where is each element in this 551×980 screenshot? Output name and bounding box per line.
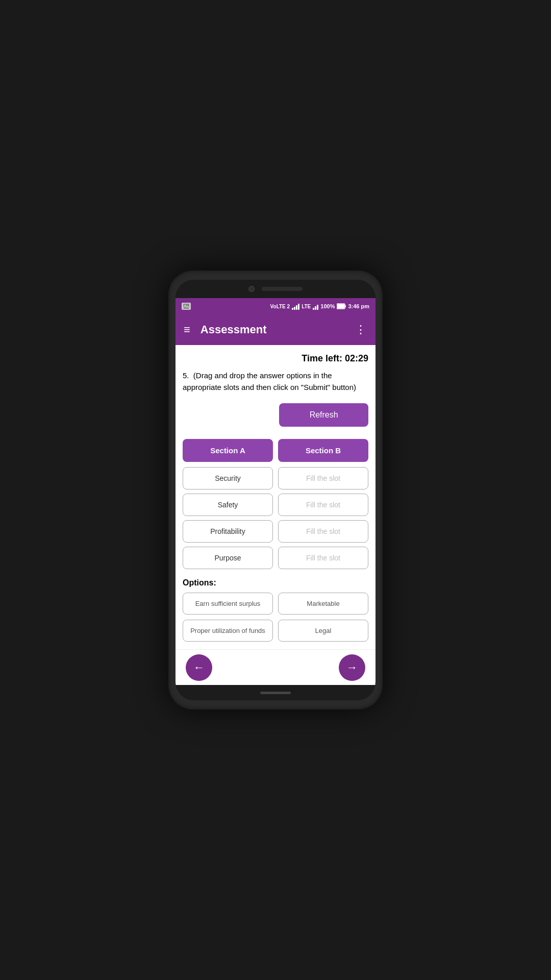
question-text: 5. (Drag and drop the answer options in …	[183, 370, 368, 393]
drag-drop-grid: Security Safety Profitability Purpose Fi…	[183, 467, 368, 569]
phone-device: VoLTE 2 LTE 100%	[168, 271, 383, 709]
question-body: (Drag and drop the answer options in the…	[183, 371, 356, 391]
column-a: Security Safety Profitability Purpose	[183, 467, 273, 569]
phone-hardware-top	[176, 280, 375, 298]
phone-screen: VoLTE 2 LTE 100%	[176, 280, 375, 700]
app-bar: ≡ Assessment ⋮	[176, 314, 375, 345]
signal-bars	[292, 303, 299, 310]
status-right: VoLTE 2 LTE 100%	[270, 303, 369, 310]
speaker	[262, 287, 303, 291]
drop-slot[interactable]: Fill the slot	[278, 520, 368, 543]
bottom-navigation: ← →	[176, 649, 375, 685]
section-a-header: Section A	[183, 439, 273, 462]
option-item[interactable]: Legal	[278, 620, 368, 642]
app-title: Assessment	[201, 323, 355, 336]
image-icon	[182, 303, 191, 310]
forward-arrow-icon: →	[346, 661, 358, 674]
question-number: 5.	[183, 371, 189, 380]
sections-row: Section A Section B	[183, 439, 368, 462]
options-section: Options: Earn sufficient surplus Marketa…	[183, 578, 368, 642]
svg-rect-4	[337, 304, 344, 308]
back-button[interactable]: ←	[186, 654, 212, 681]
time-label: 3:46 pm	[348, 303, 369, 309]
drop-slot[interactable]: Fill the slot	[278, 494, 368, 516]
signal-bars-2	[313, 303, 318, 310]
options-label: Options:	[183, 578, 368, 587]
home-indicator	[260, 692, 291, 694]
network-label: VoLTE 2	[270, 304, 290, 309]
list-item: Security	[183, 467, 273, 489]
option-item[interactable]: Earn sufficient surplus	[183, 593, 273, 615]
option-item[interactable]: Proper utilization of funds	[183, 620, 273, 642]
more-options-icon[interactable]: ⋮	[355, 323, 367, 336]
camera	[248, 286, 255, 292]
battery-icon	[337, 303, 346, 309]
refresh-button[interactable]: Refresh	[279, 403, 368, 427]
phone-hardware-bottom	[176, 685, 375, 700]
battery-label: 100%	[320, 303, 335, 309]
options-grid: Earn sufficient surplus Marketable Prope…	[183, 593, 368, 642]
list-item: Safety	[183, 494, 273, 516]
forward-button[interactable]: →	[339, 654, 365, 681]
list-item: Purpose	[183, 547, 273, 569]
screen-content: Time left: 02:29 5. (Drag and drop the a…	[176, 345, 375, 649]
drop-slot[interactable]: Fill the slot	[278, 547, 368, 569]
status-bar: VoLTE 2 LTE 100%	[176, 298, 375, 314]
option-item[interactable]: Marketable	[278, 593, 368, 615]
status-left	[182, 303, 191, 310]
svg-rect-3	[345, 305, 346, 307]
back-arrow-icon: ←	[193, 661, 205, 674]
timer-display: Time left: 02:29	[183, 353, 368, 364]
section-b-header: Section B	[278, 439, 368, 462]
column-b[interactable]: Fill the slot Fill the slot Fill the slo…	[278, 467, 368, 569]
lte-label: LTE	[302, 304, 311, 309]
hamburger-menu-icon[interactable]: ≡	[184, 323, 190, 336]
drop-slot[interactable]: Fill the slot	[278, 467, 368, 489]
list-item: Profitability	[183, 520, 273, 543]
